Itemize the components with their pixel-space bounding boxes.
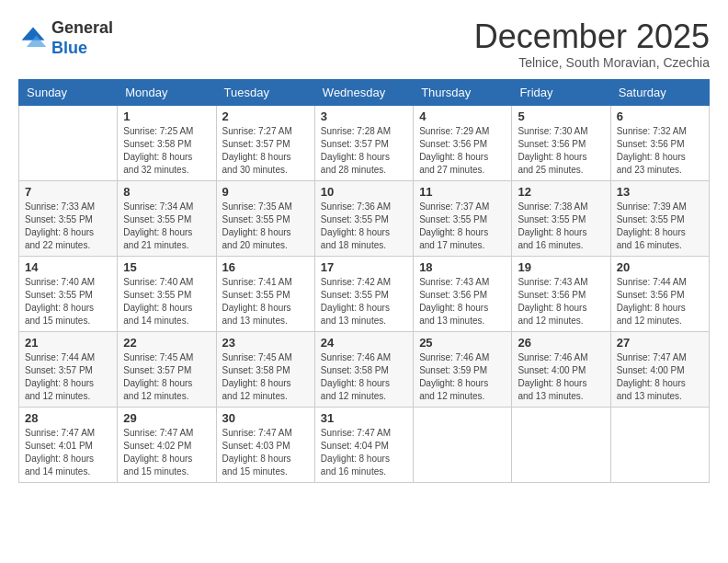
- day-number: 4: [419, 109, 506, 123]
- day-number: 5: [518, 109, 604, 123]
- calendar-cell: 22Sunrise: 7:45 AMSunset: 3:57 PMDayligh…: [118, 331, 216, 407]
- calendar-cell: 14Sunrise: 7:40 AMSunset: 3:55 PMDayligh…: [19, 256, 118, 331]
- day-info: Sunrise: 7:42 AMSunset: 3:55 PMDaylight:…: [321, 276, 407, 327]
- svg-marker-0: [22, 27, 45, 40]
- weekday-header-friday: Friday: [512, 79, 610, 105]
- day-number: 25: [419, 336, 506, 350]
- day-number: 7: [25, 185, 111, 199]
- day-info: Sunrise: 7:29 AMSunset: 3:56 PMDaylight:…: [419, 125, 506, 177]
- day-info: Sunrise: 7:40 AMSunset: 3:55 PMDaylight:…: [123, 276, 210, 327]
- calendar-cell: 7Sunrise: 7:33 AMSunset: 3:55 PMDaylight…: [19, 180, 118, 256]
- day-number: 9: [222, 185, 309, 199]
- day-info: Sunrise: 7:46 AMSunset: 3:58 PMDaylight:…: [321, 351, 407, 403]
- day-info: Sunrise: 7:27 AMSunset: 3:57 PMDaylight:…: [222, 125, 309, 177]
- day-info: Sunrise: 7:47 AMSunset: 4:01 PMDaylight:…: [25, 427, 111, 478]
- calendar-cell: 16Sunrise: 7:41 AMSunset: 3:55 PMDayligh…: [216, 256, 314, 331]
- day-number: 28: [25, 411, 111, 425]
- calendar-cell: 28Sunrise: 7:47 AMSunset: 4:01 PMDayligh…: [19, 407, 118, 482]
- calendar-cell: [512, 407, 610, 482]
- calendar-cell: 31Sunrise: 7:47 AMSunset: 4:04 PMDayligh…: [314, 407, 413, 482]
- calendar-cell: [19, 105, 118, 180]
- day-number: 11: [419, 185, 506, 199]
- calendar-cell: 27Sunrise: 7:47 AMSunset: 4:00 PMDayligh…: [610, 331, 709, 407]
- day-number: 12: [518, 185, 604, 199]
- month-title: December 2025: [474, 18, 710, 55]
- calendar-cell: 12Sunrise: 7:38 AMSunset: 3:55 PMDayligh…: [512, 180, 610, 256]
- title-block: December 2025 Telnice, South Moravian, C…: [474, 18, 710, 70]
- weekday-header-sunday: Sunday: [19, 79, 118, 105]
- day-info: Sunrise: 7:25 AMSunset: 3:58 PMDaylight:…: [123, 125, 210, 177]
- weekday-header-wednesday: Wednesday: [314, 79, 413, 105]
- day-info: Sunrise: 7:45 AMSunset: 3:57 PMDaylight:…: [123, 351, 210, 403]
- calendar-cell: 17Sunrise: 7:42 AMSunset: 3:55 PMDayligh…: [314, 256, 413, 331]
- calendar-cell: 13Sunrise: 7:39 AMSunset: 3:55 PMDayligh…: [610, 180, 709, 256]
- calendar-cell: 11Sunrise: 7:37 AMSunset: 3:55 PMDayligh…: [414, 180, 512, 256]
- day-number: 1: [123, 109, 210, 123]
- day-info: Sunrise: 7:41 AMSunset: 3:55 PMDaylight:…: [222, 276, 309, 327]
- calendar-cell: 4Sunrise: 7:29 AMSunset: 3:56 PMDaylight…: [414, 105, 512, 180]
- day-number: 18: [419, 260, 506, 274]
- calendar-cell: 19Sunrise: 7:43 AMSunset: 3:56 PMDayligh…: [512, 256, 610, 331]
- calendar-cell: 25Sunrise: 7:46 AMSunset: 3:59 PMDayligh…: [414, 331, 512, 407]
- day-info: Sunrise: 7:47 AMSunset: 4:02 PMDaylight:…: [123, 427, 210, 478]
- day-info: Sunrise: 7:35 AMSunset: 3:55 PMDaylight:…: [222, 201, 309, 252]
- day-number: 24: [321, 336, 407, 350]
- calendar-week-3: 14Sunrise: 7:40 AMSunset: 3:55 PMDayligh…: [19, 256, 710, 331]
- day-info: Sunrise: 7:44 AMSunset: 3:57 PMDaylight:…: [25, 351, 111, 403]
- day-info: Sunrise: 7:36 AMSunset: 3:55 PMDaylight:…: [321, 201, 407, 252]
- calendar-cell: [414, 407, 512, 482]
- logo-blue: Blue: [51, 39, 87, 57]
- calendar-cell: 18Sunrise: 7:43 AMSunset: 3:56 PMDayligh…: [414, 256, 512, 331]
- logo-icon: [18, 24, 48, 53]
- day-info: Sunrise: 7:28 AMSunset: 3:57 PMDaylight:…: [321, 125, 407, 177]
- day-number: 15: [123, 260, 210, 274]
- day-info: Sunrise: 7:47 AMSunset: 4:03 PMDaylight:…: [222, 427, 309, 478]
- weekday-header-tuesday: Tuesday: [216, 79, 314, 105]
- day-number: 13: [617, 185, 703, 199]
- day-info: Sunrise: 7:34 AMSunset: 3:55 PMDaylight:…: [123, 201, 210, 252]
- day-number: 22: [123, 336, 210, 350]
- day-number: 3: [321, 109, 407, 123]
- calendar-cell: 30Sunrise: 7:47 AMSunset: 4:03 PMDayligh…: [216, 407, 314, 482]
- day-number: 20: [617, 260, 703, 274]
- day-info: Sunrise: 7:47 AMSunset: 4:00 PMDaylight:…: [617, 351, 703, 403]
- day-info: Sunrise: 7:45 AMSunset: 3:58 PMDaylight:…: [222, 351, 309, 403]
- day-info: Sunrise: 7:47 AMSunset: 4:04 PMDaylight:…: [321, 427, 407, 478]
- day-number: 29: [123, 411, 210, 425]
- day-number: 23: [222, 336, 309, 350]
- calendar-cell: 3Sunrise: 7:28 AMSunset: 3:57 PMDaylight…: [314, 105, 413, 180]
- day-info: Sunrise: 7:39 AMSunset: 3:55 PMDaylight:…: [617, 201, 703, 252]
- day-number: 8: [123, 185, 210, 199]
- day-info: Sunrise: 7:46 AMSunset: 3:59 PMDaylight:…: [419, 351, 506, 403]
- day-info: Sunrise: 7:44 AMSunset: 3:56 PMDaylight:…: [617, 276, 703, 327]
- day-info: Sunrise: 7:38 AMSunset: 3:55 PMDaylight:…: [518, 201, 604, 252]
- day-info: Sunrise: 7:30 AMSunset: 3:56 PMDaylight:…: [518, 125, 604, 177]
- calendar-cell: 8Sunrise: 7:34 AMSunset: 3:55 PMDaylight…: [118, 180, 216, 256]
- day-number: 16: [222, 260, 309, 274]
- day-info: Sunrise: 7:32 AMSunset: 3:56 PMDaylight:…: [617, 125, 703, 177]
- calendar-cell: 26Sunrise: 7:46 AMSunset: 4:00 PMDayligh…: [512, 331, 610, 407]
- weekday-header-saturday: Saturday: [610, 79, 709, 105]
- calendar-cell: 24Sunrise: 7:46 AMSunset: 3:58 PMDayligh…: [314, 331, 413, 407]
- day-number: 21: [25, 336, 111, 350]
- day-info: Sunrise: 7:37 AMSunset: 3:55 PMDaylight:…: [419, 201, 506, 252]
- day-number: 19: [518, 260, 604, 274]
- calendar-cell: 29Sunrise: 7:47 AMSunset: 4:02 PMDayligh…: [118, 407, 216, 482]
- calendar-cell: 20Sunrise: 7:44 AMSunset: 3:56 PMDayligh…: [610, 256, 709, 331]
- calendar-header-row: SundayMondayTuesdayWednesdayThursdayFrid…: [19, 79, 710, 105]
- weekday-header-monday: Monday: [118, 79, 216, 105]
- calendar-cell: [610, 407, 709, 482]
- day-number: 30: [222, 411, 309, 425]
- day-number: 26: [518, 336, 604, 350]
- calendar-cell: 6Sunrise: 7:32 AMSunset: 3:56 PMDaylight…: [610, 105, 709, 180]
- day-number: 14: [25, 260, 111, 274]
- calendar-week-2: 7Sunrise: 7:33 AMSunset: 3:55 PMDaylight…: [19, 180, 710, 256]
- calendar-week-4: 21Sunrise: 7:44 AMSunset: 3:57 PMDayligh…: [19, 331, 710, 407]
- logo-text: General Blue: [51, 18, 113, 58]
- day-number: 2: [222, 109, 309, 123]
- day-number: 17: [321, 260, 407, 274]
- weekday-header-thursday: Thursday: [414, 79, 512, 105]
- calendar-week-5: 28Sunrise: 7:47 AMSunset: 4:01 PMDayligh…: [19, 407, 710, 482]
- calendar-table: SundayMondayTuesdayWednesdayThursdayFrid…: [18, 79, 710, 483]
- calendar-cell: 2Sunrise: 7:27 AMSunset: 3:57 PMDaylight…: [216, 105, 314, 180]
